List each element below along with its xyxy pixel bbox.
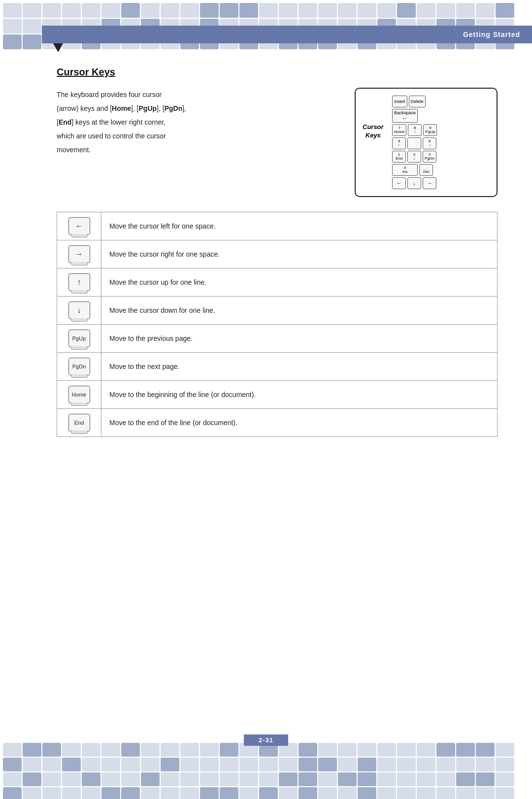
key-icon-cell: ↑ [57,268,101,297]
key-icon-cell: PgUp [57,325,101,353]
key-icon-cell: Home [57,381,101,409]
key-7home: 7Home [392,124,406,136]
key-icon: End [68,414,90,432]
keyboard-label: CursorKeys [363,123,384,140]
key-icon: ↓ [68,301,90,319]
key-description: Move to the end of the line (or document… [101,409,498,437]
desc-line-4: which are used to control the cursor [57,132,166,140]
delete-key: Delete [409,96,426,107]
key-description: Move to the previous page. [101,325,498,353]
key-description: Move to the next page. [101,353,498,381]
key-icon: ↑ [68,273,90,291]
key-description: Move to the beginning of the line (or do… [101,381,498,409]
keyboard-layout: Insert Delete Backspace ← 7Home 8↑ 9PgUp [392,96,490,176]
key-0ins: 0Ins [392,164,418,176]
key-3pgdn: 3PgDn [423,151,436,163]
key-icon: PgDn [68,358,90,375]
key-icon-cell: End [57,409,101,437]
kbd-row-1: Insert Delete [392,96,490,107]
table-row: ←Move the cursor left for one space. [57,212,498,240]
kbd-row-3: 7Home 8↑ 9PgUp [392,124,490,136]
insert-key: Insert [392,96,407,107]
key-icon: Home [68,386,90,403]
desc-line-5: movement. [57,146,91,154]
key-5blank [407,137,421,149]
arrow-down-key: ↓ [407,177,421,189]
key-8up: 8↑ [408,124,422,136]
kbd-row-2: Backspace ← [392,109,490,123]
header-bar: Getting Started [42,26,532,43]
key-icon: ← [68,217,90,235]
key-icon: → [68,245,90,263]
cursor-keys-table: ←Move the cursor left for one space.→Mov… [57,212,498,437]
desc-line-3: [End] keys at the lower right corner, [57,118,166,126]
bottom-dot-grid [0,740,532,799]
desc-line-1: The keyboard provides four cursor [57,91,162,99]
section-arrow [53,43,63,52]
key-9pgup: 9PgUp [423,124,437,136]
key-icon-cell: PgDn [57,353,101,381]
header-title: Getting Started [463,31,520,38]
table-row: EndMove to the end of the line (or docum… [57,409,498,437]
description-text: The keyboard provides four cursor (arrow… [57,88,345,157]
key-description: Move the cursor left for one space. [101,212,498,240]
page-title: Cursor Keys [57,67,498,78]
table-row: HomeMove to the beginning of the line (o… [57,381,498,409]
key-6right: 6→ [423,137,436,149]
desc-line-2: (arrow) keys and [Home], [PgUp], [PgDn], [57,104,186,112]
page-number-bar: 2-31 [244,734,288,746]
table-row: PgUpMove to the previous page. [57,325,498,353]
backspace-key: Backspace ← [392,109,418,123]
table-row: PgDnMove to the next page. [57,353,498,381]
key-1end: 1End [392,151,406,163]
keyboard-diagram: CursorKeys Insert Delete Backspace ← 7Ho… [355,88,498,197]
main-content: Cursor Keys The keyboard provides four c… [42,57,512,447]
arrow-right-key: → [423,177,436,189]
kbd-row-6: 0Ins .Del [392,164,490,176]
key-description: Move the cursor right for one space. [101,240,498,268]
kbd-arrow-cluster: ← ↓ → [392,177,490,189]
key-description: Move the cursor up for one line. [101,268,498,297]
page-number: 2-31 [259,736,273,744]
table-row: ↑Move the cursor up for one line. [57,268,498,297]
table-row: →Move the cursor right for one space. [57,240,498,268]
key-icon-cell: ← [57,212,101,240]
key-4left: 4← [392,137,406,149]
arrow-left-key: ← [392,177,406,189]
key-description: Move the cursor down for one line. [101,297,498,325]
key-dotdel: .Del [419,164,433,176]
table-row: ↓Move the cursor down for one line. [57,297,498,325]
key-2down: 2↓ [407,151,421,163]
key-icon-cell: → [57,240,101,268]
content-row: The keyboard provides four cursor (arrow… [57,88,498,197]
kbd-row-4: 4← 6→ [392,137,490,149]
key-icon: PgUp [68,330,90,347]
kbd-row-5: 1End 2↓ 3PgDn [392,151,490,163]
key-icon-cell: ↓ [57,297,101,325]
